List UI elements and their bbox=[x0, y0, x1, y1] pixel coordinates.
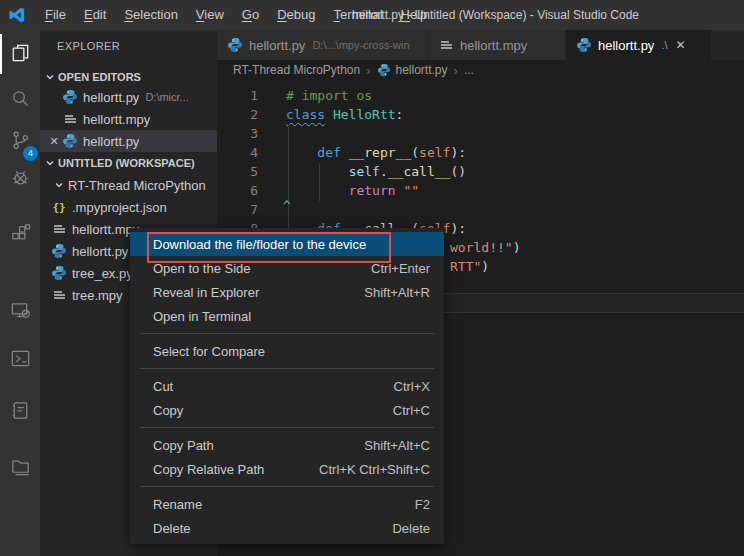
tab-description: D:\...\mpy-cross-win bbox=[312, 39, 409, 51]
menu-item-label: Download the file/floder to the device bbox=[153, 237, 366, 252]
tab-label: hellortt.mpy bbox=[460, 38, 527, 53]
menu-item-label: Copy Relative Path bbox=[153, 462, 264, 477]
mpy-file-icon bbox=[438, 37, 454, 53]
squiggle-caret: ^ bbox=[283, 198, 291, 213]
workspace-header[interactable]: UNTITLED (WORKSPACE) bbox=[40, 152, 217, 174]
context-menu-item-copy-path[interactable]: Copy PathShift+Alt+C bbox=[130, 433, 444, 457]
menu-item-shortcut: Ctrl+C bbox=[393, 403, 430, 418]
menu-view[interactable]: View bbox=[187, 0, 233, 30]
breadcrumb-separator-icon: › bbox=[454, 63, 458, 78]
context-menu-item-copy-relative-path[interactable]: Copy Relative PathCtrl+K Ctrl+Shift+C bbox=[130, 457, 444, 481]
code-line: 3 bbox=[217, 124, 744, 143]
title-bar: FileEditSelectionViewGoDebugTerminalHelp… bbox=[0, 0, 744, 30]
file-label: tree_ex.py bbox=[72, 266, 133, 281]
breadcrumb-item[interactable]: RT-Thread MicroPython bbox=[233, 63, 360, 77]
activity-search[interactable] bbox=[0, 80, 40, 120]
line-number: 2 bbox=[217, 105, 258, 124]
context-menu-item-open-in-terminal[interactable]: Open in Terminal bbox=[130, 304, 444, 328]
context-menu-item-reveal-in-explorer[interactable]: Reveal in ExplorerShift+Alt+R bbox=[130, 280, 444, 304]
activity-notebook[interactable] bbox=[0, 392, 40, 432]
activity-source-control[interactable]: 4 bbox=[0, 122, 40, 162]
menu-debug[interactable]: Debug bbox=[268, 0, 324, 30]
code-text: # import os bbox=[258, 86, 372, 105]
context-menu-item-rename[interactable]: RenameF2 bbox=[130, 492, 444, 516]
file-description: D:\micr... bbox=[145, 91, 188, 103]
code-text bbox=[258, 124, 286, 143]
close-editor-icon[interactable]: ✕ bbox=[46, 135, 62, 148]
menu-item-shortcut: Ctrl+X bbox=[394, 379, 430, 394]
tab-hellortt-py[interactable]: hellortt.py.\✕ bbox=[566, 30, 712, 60]
file-label: hellortt.py bbox=[83, 90, 139, 105]
line-number: 1 bbox=[217, 86, 258, 105]
context-menu-item-delete[interactable]: DeleteDelete bbox=[130, 516, 444, 540]
tab-label: hellortt.py bbox=[249, 38, 305, 53]
file-label: tree.mpy bbox=[72, 288, 123, 303]
tab-bar: hellortt.pyD:\...\mpy-cross-winhellortt.… bbox=[217, 30, 744, 60]
folder-icon bbox=[9, 455, 32, 482]
open-editor-item[interactable]: hellortt.mpy bbox=[40, 108, 217, 130]
extensions-icon bbox=[9, 222, 32, 249]
file-label: hellortt.py bbox=[72, 244, 128, 259]
menu-go[interactable]: Go bbox=[233, 0, 268, 30]
tab-hellortt-py[interactable]: hellortt.pyD:\...\mpy-cross-win bbox=[217, 30, 428, 60]
open-editors-header[interactable]: OPEN EDITORS bbox=[40, 66, 217, 88]
mpy-file-icon bbox=[62, 111, 78, 127]
code-text: self.__call__() bbox=[258, 162, 466, 181]
menu-separator bbox=[140, 333, 434, 334]
context-menu-item-open-to-the-side[interactable]: Open to the SideCtrl+Enter bbox=[130, 256, 444, 280]
python-file-icon bbox=[227, 37, 243, 53]
menu-edit[interactable]: Edit bbox=[75, 0, 115, 30]
menu-item-label: Open in Terminal bbox=[153, 309, 251, 324]
close-tab-icon[interactable]: ✕ bbox=[676, 38, 686, 52]
debug-icon bbox=[9, 167, 32, 194]
menu-file[interactable]: File bbox=[36, 0, 75, 30]
indent-guide bbox=[288, 125, 289, 239]
chevron-down-icon bbox=[54, 178, 64, 193]
notebook-icon bbox=[9, 399, 32, 426]
menu-item-shortcut: Ctrl+K Ctrl+Shift+C bbox=[319, 462, 430, 477]
code-text bbox=[258, 200, 286, 219]
activity-bar: 4 bbox=[0, 30, 40, 556]
activity-debug[interactable] bbox=[0, 160, 40, 200]
activity-folder[interactable] bbox=[0, 448, 40, 488]
file-label: RT-Thread MicroPython bbox=[68, 178, 206, 193]
menu-item-label: Select for Compare bbox=[153, 344, 265, 359]
mpy-file-icon bbox=[51, 221, 67, 237]
tab-hellortt-mpy[interactable]: hellortt.mpy bbox=[428, 30, 566, 60]
code-line: 4 def __repr__(self): bbox=[217, 143, 744, 162]
context-menu-item-download-the-file-floder-to-th[interactable]: Download the file/floder to the device bbox=[130, 232, 444, 256]
code-line: 2class HelloRtt: bbox=[217, 105, 744, 124]
open-editor-item[interactable]: hellortt.pyD:\micr... bbox=[40, 86, 217, 108]
mpy-file-icon bbox=[51, 287, 67, 303]
menu-separator bbox=[140, 368, 434, 369]
file-label: hellortt.mpy bbox=[83, 112, 150, 127]
activity-terminal[interactable] bbox=[0, 340, 40, 380]
context-menu-item-cut[interactable]: CutCtrl+X bbox=[130, 374, 444, 398]
activity-remote-device[interactable] bbox=[0, 292, 40, 332]
menu-selection[interactable]: Selection bbox=[115, 0, 186, 30]
menu-item-label: Reveal in Explorer bbox=[153, 285, 259, 300]
menu-separator bbox=[140, 427, 434, 428]
context-menu-item-copy[interactable]: CopyCtrl+C bbox=[130, 398, 444, 422]
open-editor-item[interactable]: ✕hellortt.py bbox=[40, 130, 217, 152]
tab-description: .\ bbox=[661, 39, 667, 51]
python-file-icon bbox=[51, 243, 67, 259]
menu-item-label: Delete bbox=[153, 521, 191, 536]
tree-file-item[interactable]: {}.mpyproject.json bbox=[40, 196, 217, 218]
menu-item-shortcut: Delete bbox=[392, 521, 430, 536]
context-menu-item-select-for-compare[interactable]: Select for Compare bbox=[130, 339, 444, 363]
activity-extensions[interactable] bbox=[0, 215, 40, 255]
line-number: 7 bbox=[217, 200, 258, 219]
code-line: 6 return "" bbox=[217, 181, 744, 200]
tree-folder-item[interactable]: RT-Thread MicroPython bbox=[40, 174, 217, 196]
menu-item-label: Rename bbox=[153, 497, 202, 512]
menu-item-label: Copy Path bbox=[153, 438, 214, 453]
activity-explorer[interactable] bbox=[0, 34, 40, 74]
vscode-logo-icon bbox=[8, 6, 26, 24]
menu-item-shortcut: Ctrl+Enter bbox=[371, 261, 430, 276]
menu-item-shortcut: F2 bbox=[415, 497, 430, 512]
breadcrumb-item[interactable]: hellortt.py bbox=[396, 63, 448, 77]
menu-item-label: Copy bbox=[153, 403, 183, 418]
terminal-icon bbox=[9, 347, 32, 374]
breadcrumb-item[interactable]: ... bbox=[464, 63, 474, 77]
